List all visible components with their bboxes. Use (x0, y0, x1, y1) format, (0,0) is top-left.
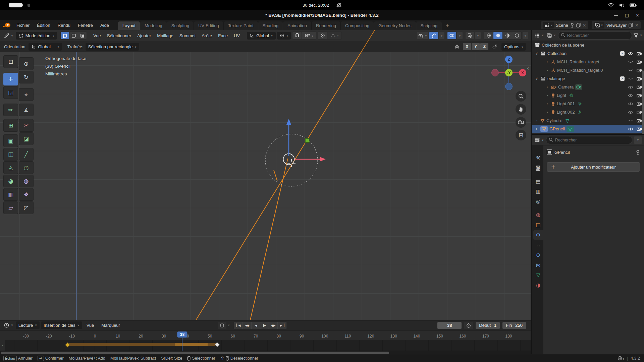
properties-tab-render[interactable]: ◙ (533, 163, 543, 173)
viewlayer-selector[interactable]: ∨ ViewLayer ✕ (592, 21, 641, 29)
tool-button-shrink-fatten[interactable]: ❖ (19, 188, 34, 201)
hide-viewport-icon[interactable] (628, 52, 633, 55)
options-dropdown[interactable]: Options ∨ (501, 43, 526, 51)
outliner-row-light[interactable]: › Light ☼ (532, 91, 644, 100)
transform-orientation-dropdown[interactable]: Global ∨ (247, 32, 275, 40)
region-collapse-icon[interactable]: ‹ (527, 65, 529, 71)
menu-item[interactable]: Rendu (54, 23, 74, 28)
properties-tab-output[interactable]: ▤ (533, 176, 543, 186)
disable-render-icon[interactable] (637, 52, 642, 56)
workspace-tab-modeling[interactable]: Modeling (140, 21, 167, 30)
hide-viewport-icon[interactable] (628, 102, 633, 106)
shading-solid-button[interactable] (493, 32, 502, 39)
properties-tab-physics[interactable]: ⊙ (533, 250, 543, 260)
channel-expander[interactable]: › (0, 340, 5, 351)
disable-render-icon[interactable] (637, 119, 642, 123)
snap-with-dropdown[interactable]: ∨ (302, 32, 316, 39)
xray-dropdown[interactable]: ∨ (475, 32, 481, 39)
tool-button-poly-build[interactable]: ◬ (3, 161, 18, 174)
properties-tab-tool[interactable]: ⚒ (533, 153, 543, 163)
new-scene-icon[interactable] (576, 23, 581, 27)
mirror-icon[interactable] (454, 44, 460, 49)
playback-menu[interactable]: Lecture∨ (16, 321, 40, 329)
wifi-icon[interactable] (608, 3, 614, 7)
shading-material-button[interactable] (503, 32, 512, 39)
workspace-tab-rendering[interactable]: Rendering (312, 21, 341, 30)
outliner-scrollbar[interactable] (642, 70, 644, 134)
pan-button[interactable] (516, 104, 526, 115)
outliner-row-cylindre[interactable]: › Cylindre ▽ (532, 116, 644, 125)
shading-rendered-button[interactable] (512, 32, 521, 39)
nav-axis-x[interactable]: X (519, 69, 526, 76)
tool-button-move[interactable]: ✛ (3, 73, 18, 85)
viewport-menu-item[interactable]: Sélectionner (104, 33, 134, 38)
properties-tab-scene[interactable]: ◎ (533, 196, 543, 206)
pivot-point-dropdown[interactable]: ∨ (277, 32, 291, 40)
gpencil-stroke-a[interactable] (196, 52, 361, 320)
maximize-button[interactable]: □ (625, 13, 629, 18)
add-modifier-button[interactable]: + Ajouter un modificateur (547, 162, 640, 172)
disable-render-icon[interactable] (637, 60, 642, 64)
outliner-display-mode-button[interactable]: ∨ (546, 32, 556, 39)
properties-tab-constraints[interactable]: ⋈ (533, 260, 543, 270)
nav-axis-neg-z[interactable] (505, 83, 513, 90)
shading-dropdown[interactable]: ∨ (523, 32, 528, 39)
tool-button-measure[interactable]: ∡ (19, 104, 34, 116)
remove-viewlayer-icon[interactable]: ✕ (635, 23, 639, 28)
viewport-menu-item[interactable]: Face (215, 33, 231, 38)
frame-end-field[interactable]: Fin250 (502, 322, 526, 329)
disable-render-icon[interactable] (637, 85, 642, 89)
snap-toggle[interactable] (292, 32, 302, 39)
blender-logo-icon[interactable] (3, 22, 11, 28)
properties-tab-world[interactable]: ◍ (533, 210, 543, 220)
disable-render-icon[interactable] (637, 127, 642, 131)
add-workspace-button[interactable]: + (442, 21, 452, 29)
play-button[interactable]: ▶ (260, 322, 269, 329)
outliner-row-scene-collection[interactable]: Collection de la scène (532, 41, 644, 49)
gizmo-dropdown[interactable]: ∨ (439, 32, 444, 39)
gpencil-stroke-c[interactable] (274, 170, 277, 181)
workspace-tab-geometry-nodes[interactable]: Geometry Nodes (374, 21, 416, 30)
auto-key-toggle[interactable] (218, 322, 226, 329)
vertex-select-button[interactable] (61, 32, 69, 39)
properties-tab-object[interactable]: □ (533, 220, 543, 230)
workspace-tab-scripting[interactable]: Scripting (416, 21, 442, 30)
collection-checkbox[interactable]: ✓ (620, 76, 625, 81)
tool-orientation-dropdown[interactable]: Global ∨ (29, 43, 62, 51)
outliner-row-light-002[interactable]: › Light.002 ☼ (532, 108, 644, 116)
ortho-grid-button[interactable]: ⊞ (516, 130, 526, 140)
minimize-button[interactable]: — (614, 13, 618, 18)
overlays-toggle[interactable] (447, 32, 456, 39)
tool-button-edge-slide[interactable]: ▥ (3, 188, 18, 201)
properties-options-button[interactable]: ∨ (634, 136, 642, 144)
nav-axis-neg-y[interactable]: -Y (505, 69, 513, 76)
pin-icon[interactable] (636, 150, 640, 155)
tool-button-bevel[interactable]: ◪ (19, 132, 34, 145)
playhead-line[interactable] (182, 338, 182, 351)
pin-icon[interactable] (570, 23, 574, 27)
tool-button-smooth[interactable]: ◕ (3, 175, 18, 187)
workspace-tab-uv-editing[interactable]: UV Editing (194, 21, 223, 30)
properties-tab-view-layer[interactable]: ▥ (533, 186, 543, 196)
menu-item[interactable]: Aide (97, 23, 113, 28)
keying-menu[interactable]: Insertion de clés∨ (41, 321, 82, 329)
nav-axis-neg-x[interactable] (491, 69, 499, 76)
gizmo-toggle[interactable] (429, 32, 438, 39)
gizmo-z-arrowhead[interactable] (286, 119, 291, 125)
view-menu[interactable]: Vue (84, 323, 97, 328)
workspace-tab-animation[interactable]: Animation (283, 21, 312, 30)
tool-button-extrude[interactable]: ✂ (19, 119, 34, 132)
hide-viewport-icon[interactable] (628, 77, 633, 80)
disable-render-icon[interactable] (637, 68, 642, 72)
timeline-editor-type-button[interactable]: ∨ (3, 321, 14, 329)
frame-start-field[interactable]: Début1 (476, 322, 500, 329)
tool-button-select-box[interactable]: ⊡ (3, 55, 18, 68)
outliner-row-mch-rotation-target[interactable]: › MCH_Rotation_target (532, 58, 644, 66)
properties-tab-material[interactable]: ◑ (533, 280, 543, 290)
selectability-dropdown[interactable]: ∨ (417, 32, 428, 39)
tool-button-rip-region[interactable]: ◸ (19, 201, 34, 214)
jump-to-end-button[interactable]: ▶▕ (278, 322, 286, 329)
viewport-3d[interactable]: Orthogonale de face (38) GPencil Millimè… (0, 52, 531, 320)
viewport-menu-item[interactable]: Vue (90, 33, 104, 38)
do-not-disturb-icon[interactable] (336, 3, 341, 8)
